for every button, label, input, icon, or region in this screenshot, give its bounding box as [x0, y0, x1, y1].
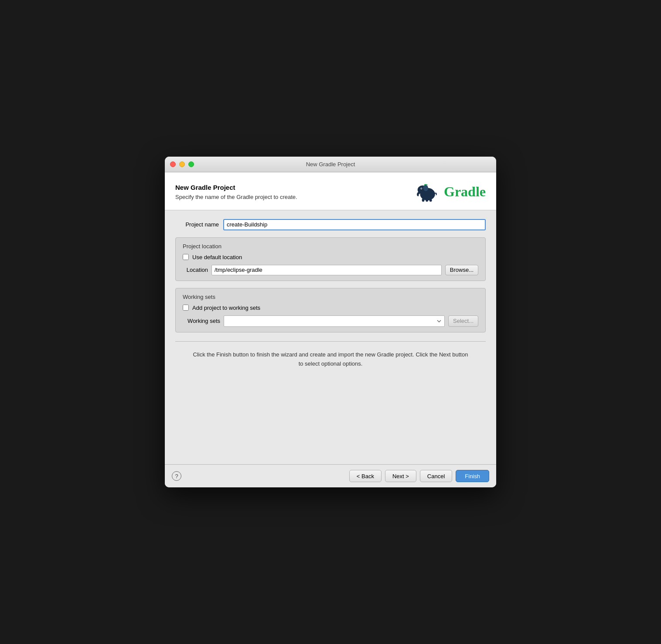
project-name-row: Project name [175, 219, 486, 230]
dialog-subtitle: Specify the name of the Gradle project t… [175, 194, 415, 200]
info-text: Click the Finish button to finish the wi… [175, 350, 486, 369]
select-button[interactable]: Select... [448, 315, 478, 327]
svg-point-4 [421, 188, 422, 189]
add-working-sets-checkbox[interactable] [183, 305, 189, 311]
gradle-logo: Gradle [415, 181, 486, 203]
minimize-button[interactable] [179, 161, 185, 167]
next-button[interactable]: Next > [385, 470, 416, 482]
finish-button[interactable]: Finish [456, 470, 489, 482]
help-button[interactable]: ? [172, 471, 181, 481]
back-button[interactable]: < Back [349, 470, 382, 482]
dialog-body: Project name Project location Use defaul… [165, 210, 496, 465]
working-sets-row: Working sets Select... [183, 315, 478, 327]
location-input[interactable] [211, 265, 442, 275]
add-working-sets-label[interactable]: Add project to working sets [192, 305, 260, 311]
svg-rect-7 [429, 199, 432, 202]
maximize-button[interactable] [188, 161, 194, 167]
titlebar: New Gradle Project [165, 157, 496, 172]
svg-rect-6 [426, 199, 428, 202]
working-sets-label: Working sets [183, 318, 220, 324]
location-label: Location [183, 267, 208, 273]
close-button[interactable] [170, 161, 176, 167]
use-default-location-checkbox[interactable] [183, 254, 189, 260]
working-sets-title: Working sets [183, 294, 478, 300]
dialog-footer: ? < Back Next > Cancel Finish [165, 464, 496, 487]
dialog-title: New Gradle Project [175, 184, 415, 191]
project-location-section: Project location Use default location Lo… [175, 237, 486, 281]
browse-button[interactable]: Browse... [445, 265, 478, 275]
window-title: New Gradle Project [306, 161, 355, 168]
working-sets-select[interactable] [224, 315, 445, 327]
project-location-title: Project location [183, 243, 478, 250]
dialog-header: New Gradle Project Specify the name of t… [165, 172, 496, 210]
use-default-location-label[interactable]: Use default location [192, 254, 242, 260]
svg-rect-5 [422, 199, 425, 202]
use-default-location-row: Use default location [183, 254, 478, 260]
gradle-elephant-icon [415, 181, 441, 203]
gradle-logo-text: Gradle [444, 184, 486, 200]
project-name-input[interactable] [223, 219, 486, 230]
footer-buttons: < Back Next > Cancel Finish [349, 470, 489, 482]
spacer [175, 368, 486, 456]
cancel-button[interactable]: Cancel [420, 470, 452, 482]
traffic-lights [170, 161, 194, 167]
dialog-window: New Gradle Project New Gradle Project Sp… [165, 157, 496, 488]
divider [175, 341, 486, 342]
header-text: New Gradle Project Specify the name of t… [175, 184, 415, 200]
add-to-working-sets-row: Add project to working sets [183, 305, 478, 311]
project-name-label: Project name [175, 221, 219, 228]
location-row: Location Browse... [183, 265, 478, 275]
working-sets-section: Working sets Add project to working sets… [175, 288, 486, 332]
